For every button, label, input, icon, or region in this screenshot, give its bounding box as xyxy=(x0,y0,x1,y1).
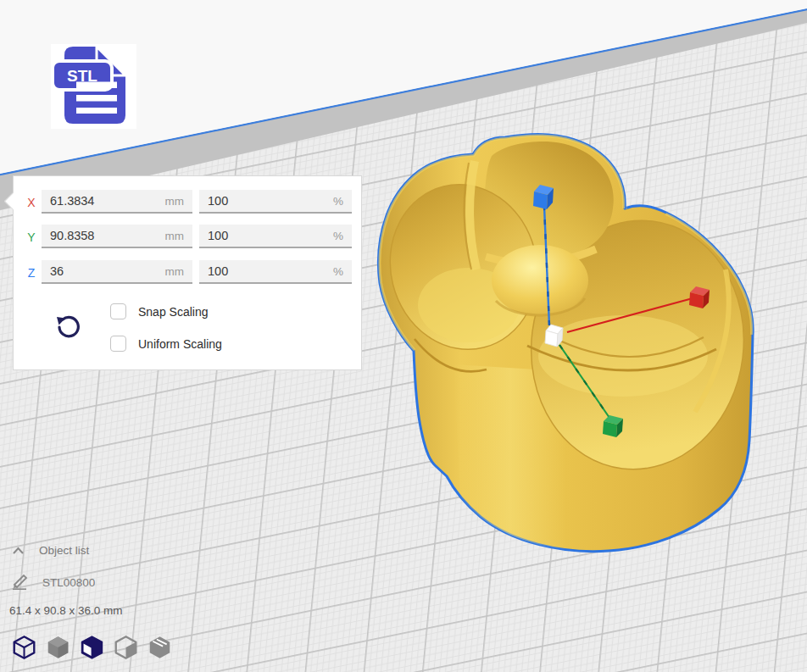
y-percent-field[interactable]: % xyxy=(199,225,352,248)
reset-scale-button[interactable] xyxy=(54,314,81,341)
model-center-dome xyxy=(492,245,588,316)
uniform-scaling-box[interactable] xyxy=(110,336,126,352)
model-dimensions-readout: 61.4 x 90.8 x 36.0 mm xyxy=(9,604,123,617)
y-size-field[interactable]: mm xyxy=(42,225,192,248)
cube-wireframe-icon[interactable] xyxy=(12,635,36,660)
axis-label-z: Z xyxy=(20,260,42,286)
z-size-input[interactable] xyxy=(50,264,135,278)
stl-file-thumbnail: STL xyxy=(51,44,136,129)
snap-scaling-label: Snap Scaling xyxy=(138,305,209,319)
application-window: STL X mm % Y mm xyxy=(0,0,807,672)
cube-layers-icon[interactable] xyxy=(147,635,172,660)
x-size-input[interactable] xyxy=(50,194,135,208)
z-size-unit: mm xyxy=(165,265,185,278)
object-item-name: STL00800 xyxy=(42,576,95,589)
uniform-scaling-label: Uniform Scaling xyxy=(138,337,222,351)
rotate-ccw-icon xyxy=(54,314,81,341)
view-mode-toolbar xyxy=(12,635,181,660)
cube-cutaway-icon[interactable] xyxy=(80,635,104,660)
x-percent-input[interactable] xyxy=(208,194,292,208)
stl-file-icon: STL xyxy=(51,44,136,129)
scale-row-y: Y mm % xyxy=(14,225,361,250)
scale-row-x: X mm % xyxy=(14,190,361,215)
snap-scaling-box[interactable] xyxy=(110,303,126,319)
scale-row-z: Z mm % xyxy=(14,260,361,286)
snap-scaling-checkbox[interactable]: Snap Scaling xyxy=(110,303,209,319)
object-list-header[interactable]: Object list xyxy=(12,544,89,557)
axis-label-x: X xyxy=(20,190,42,215)
x-percent-field[interactable]: % xyxy=(199,190,352,214)
y-percent-input[interactable] xyxy=(208,229,292,242)
z-percent-unit: % xyxy=(333,265,343,278)
z-size-field[interactable]: mm xyxy=(42,260,192,284)
x-size-field[interactable]: mm xyxy=(42,190,192,214)
y-percent-unit: % xyxy=(333,230,343,242)
x-percent-unit: % xyxy=(333,195,343,208)
object-list-title: Object list xyxy=(39,544,89,557)
object-list-item[interactable]: STL00800 xyxy=(12,575,95,590)
z-percent-input[interactable] xyxy=(208,264,292,278)
z-percent-field[interactable]: % xyxy=(199,260,352,284)
y-size-unit: mm xyxy=(165,230,185,242)
chevron-up-icon xyxy=(12,546,25,556)
y-size-input[interactable] xyxy=(50,229,135,242)
x-size-unit: mm xyxy=(165,195,185,208)
axis-label-y: Y xyxy=(20,225,42,250)
uniform-scaling-checkbox[interactable]: Uniform Scaling xyxy=(110,336,222,352)
gizmo-center-handle[interactable] xyxy=(545,325,563,347)
cube-outline-icon[interactable] xyxy=(114,635,138,660)
scale-tool-panel: X mm % Y mm % Z xyxy=(13,175,362,370)
cube-solid-icon[interactable] xyxy=(46,635,70,660)
pencil-icon xyxy=(12,575,29,590)
